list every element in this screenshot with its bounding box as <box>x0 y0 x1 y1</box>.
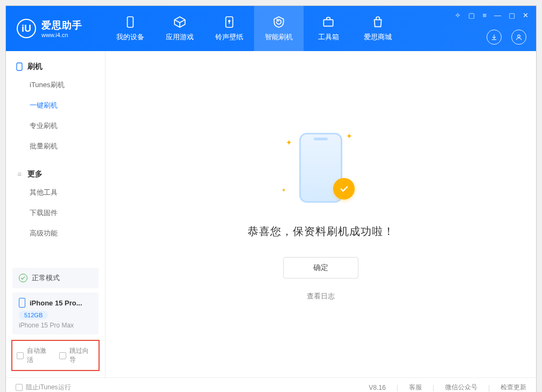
footer-check-update[interactable]: 检查更新 <box>501 383 526 392</box>
nav-label: 智能刷机 <box>265 32 293 42</box>
menu-icon[interactable]: ≡ <box>481 10 488 20</box>
nav-label: 爱思商城 <box>364 32 392 42</box>
cube-icon <box>173 15 187 29</box>
brand-name: 爱思助手 <box>41 19 82 32</box>
checkbox-label: 自动激活 <box>27 346 52 365</box>
nav-toolbox[interactable]: 工具箱 <box>304 6 353 51</box>
footer: 阻止iTunes运行 V8.16 | 客服 | 微信公众号 | 检查更新 <box>6 377 536 392</box>
footer-wechat[interactable]: 微信公众号 <box>445 383 477 392</box>
footer-support[interactable]: 客服 <box>409 383 422 392</box>
sparkle-icon: ✦ <box>286 138 292 147</box>
sidebar-group-more[interactable]: ≡ 更多 <box>6 166 105 182</box>
bag-icon <box>371 15 385 29</box>
music-icon <box>222 15 236 29</box>
download-button[interactable] <box>487 30 502 45</box>
sidebar-item-batch-flash[interactable]: 批量刷机 <box>6 136 105 156</box>
nav-apps[interactable]: 应用游戏 <box>155 6 205 51</box>
svg-rect-2 <box>323 20 333 26</box>
checkbox-label: 跳过向导 <box>69 346 94 365</box>
minimize-button[interactable]: — <box>493 10 502 20</box>
check-circle-icon <box>19 274 27 282</box>
nav-label: 应用游戏 <box>166 32 194 42</box>
device-name: iPhone 15 Pro... <box>30 299 82 307</box>
sidebar-item-download-firmware[interactable]: 下载固件 <box>6 203 105 223</box>
nav-ringtone[interactable]: 铃声壁纸 <box>205 6 254 51</box>
nav-label: 铃声壁纸 <box>215 32 243 42</box>
device-mode[interactable]: 正常模式 <box>12 268 98 288</box>
sidebar-item-advanced[interactable]: 高级功能 <box>6 223 105 244</box>
block-itunes-checkbox[interactable]: 阻止iTunes运行 <box>16 383 71 392</box>
sidebar-item-oneclick-flash[interactable]: 一键刷机 <box>6 95 105 116</box>
skip-guide-checkbox[interactable]: 跳过向导 <box>59 346 94 365</box>
device-icon <box>123 15 137 29</box>
sidebar-group-flash[interactable]: 刷机 <box>6 59 105 75</box>
nav-label: 我的设备 <box>116 32 144 42</box>
sparkle-icon: ✦ <box>346 132 353 140</box>
titlebar: iU 爱思助手 www.i4.cn 我的设备 应用游戏 铃声壁纸 <box>6 6 536 51</box>
phone-small-icon[interactable]: ▢ <box>467 10 476 20</box>
success-check-icon <box>333 178 355 199</box>
sidebar-item-pro-flash[interactable]: 专业刷机 <box>6 116 105 136</box>
top-nav: 我的设备 应用游戏 铃声壁纸 智能刷机 工具箱 <box>105 6 403 51</box>
skin-icon[interactable]: ✧ <box>454 10 462 20</box>
sparkle-icon: ✦ <box>281 187 286 193</box>
phone-small-icon <box>16 63 23 70</box>
phone-icon <box>19 298 25 308</box>
main-panel: ✦ ✦ ✦ 恭喜您，保资料刷机成功啦！ 确定 查看日志 <box>105 51 536 377</box>
close-button[interactable]: ✕ <box>522 10 530 20</box>
checkbox-label: 阻止iTunes运行 <box>26 383 71 392</box>
view-log-link[interactable]: 查看日志 <box>307 291 335 301</box>
nav-label: 工具箱 <box>318 32 339 42</box>
success-illustration: ✦ ✦ ✦ <box>280 127 361 208</box>
sidebar-item-itunes-flash[interactable]: iTunes刷机 <box>6 75 105 95</box>
device-info[interactable]: iPhone 15 Pro... 512GB iPhone 15 Pro Max <box>12 293 98 334</box>
sidebar-group-title: 刷机 <box>27 62 43 72</box>
brand-url: www.i4.cn <box>41 32 82 38</box>
refresh-badge-icon <box>272 15 286 29</box>
version-label: V8.16 <box>369 384 385 391</box>
svg-rect-4 <box>17 63 22 70</box>
svg-rect-0 <box>128 17 133 27</box>
storage-badge: 512GB <box>19 311 48 319</box>
brand-logo-icon: iU <box>17 19 36 38</box>
sidebar-group-title: 更多 <box>27 169 43 179</box>
auto-activate-checkbox[interactable]: 自动激活 <box>17 346 52 365</box>
ok-button[interactable]: 确定 <box>283 257 358 279</box>
brand: iU 爱思助手 www.i4.cn <box>6 6 105 51</box>
nav-my-device[interactable]: 我的设备 <box>105 6 155 51</box>
device-mode-label: 正常模式 <box>32 273 60 283</box>
briefcase-icon <box>321 15 335 29</box>
success-message: 恭喜您，保资料刷机成功啦！ <box>248 224 395 239</box>
user-button[interactable] <box>511 30 526 45</box>
svg-point-3 <box>518 35 520 38</box>
nav-store[interactable]: 爱思商城 <box>353 6 403 51</box>
maximize-button[interactable]: ▢ <box>508 10 516 20</box>
more-icon: ≡ <box>16 170 23 178</box>
device-full-name: iPhone 15 Pro Max <box>19 322 92 329</box>
sidebar-item-other-tools[interactable]: 其他工具 <box>6 182 105 203</box>
sidebar: 刷机 iTunes刷机 一键刷机 专业刷机 批量刷机 ≡ 更多 其他工具 下载固… <box>6 51 105 377</box>
flash-options: 自动激活 跳过向导 <box>11 340 100 371</box>
nav-flash[interactable]: 智能刷机 <box>254 6 304 51</box>
